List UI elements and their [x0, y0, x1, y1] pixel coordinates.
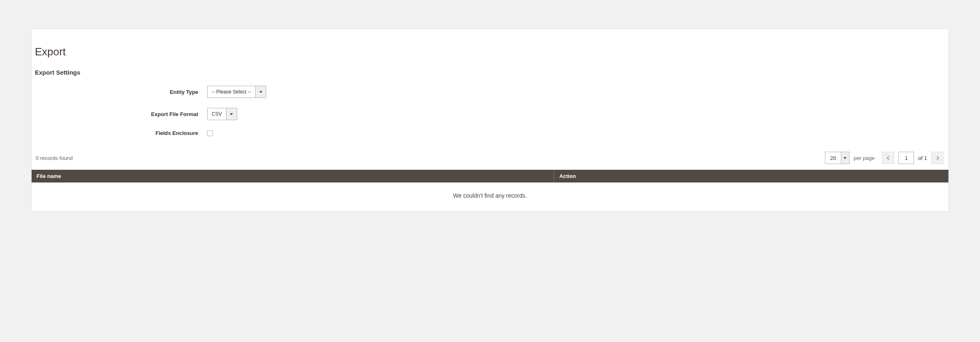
fields-enclosure-checkbox[interactable]	[207, 130, 213, 136]
pager-current-input[interactable]	[898, 152, 914, 164]
fields-enclosure-row: Fields Enclosure	[35, 130, 945, 136]
records-found: 0 records found	[36, 155, 73, 161]
entity-type-dropdown-button[interactable]	[255, 86, 266, 98]
per-page-dropdown-button[interactable]	[841, 152, 849, 164]
empty-row: We couldn't find any records.	[32, 182, 948, 211]
pager-prev-button[interactable]	[882, 152, 894, 164]
export-card: Export Export Settings Entity Type -- Pl…	[31, 29, 949, 212]
header-section: Export Export Settings Entity Type -- Pl…	[32, 46, 948, 136]
per-page-wrap: 20 per page	[825, 152, 875, 164]
chevron-right-icon	[935, 156, 939, 160]
chevron-down-icon	[230, 113, 233, 115]
entity-type-control: -- Please Select --	[207, 86, 266, 98]
entity-type-label: Entity Type	[35, 89, 207, 95]
fields-enclosure-control	[207, 130, 213, 136]
fields-enclosure-label: Fields Enclosure	[35, 130, 207, 136]
pager-next-button[interactable]	[931, 152, 943, 164]
export-settings-form: Entity Type -- Please Select -- Export F…	[35, 86, 945, 136]
file-format-dropdown-button[interactable]	[226, 108, 237, 120]
section-title: Export Settings	[35, 69, 945, 76]
chevron-left-icon	[886, 156, 891, 160]
per-page-select[interactable]: 20	[825, 152, 850, 164]
empty-message: We couldn't find any records.	[32, 182, 948, 211]
col-file-name[interactable]: File name	[32, 170, 554, 182]
file-format-select[interactable]: CSV	[207, 108, 237, 120]
pager-total-label: of 1	[918, 155, 927, 161]
entity-type-row: Entity Type -- Please Select --	[35, 86, 945, 98]
files-table: File name Action We couldn't find any re…	[32, 170, 948, 211]
card-inner: Export Export Settings Entity Type -- Pl…	[32, 29, 948, 211]
files-table-body: We couldn't find any records.	[32, 182, 948, 211]
file-format-control: CSV	[207, 108, 237, 120]
page-title: Export	[35, 46, 945, 58]
file-format-row: Export File Format CSV	[35, 108, 945, 120]
per-page-label: per page	[854, 155, 875, 161]
file-format-value: CSV	[208, 108, 226, 120]
chevron-down-icon	[259, 91, 263, 93]
entity-type-value: -- Please Select --	[208, 86, 255, 98]
chevron-down-icon	[843, 157, 847, 159]
grid-toolbar: 0 records found 20 per page of 1	[32, 146, 948, 170]
per-page-value: 20	[825, 152, 841, 164]
col-action[interactable]: Action	[554, 170, 948, 182]
files-table-head: File name Action	[32, 170, 948, 182]
file-format-label: Export File Format	[35, 111, 207, 117]
entity-type-select[interactable]: -- Please Select --	[207, 86, 266, 98]
pager: of 1	[882, 152, 943, 164]
